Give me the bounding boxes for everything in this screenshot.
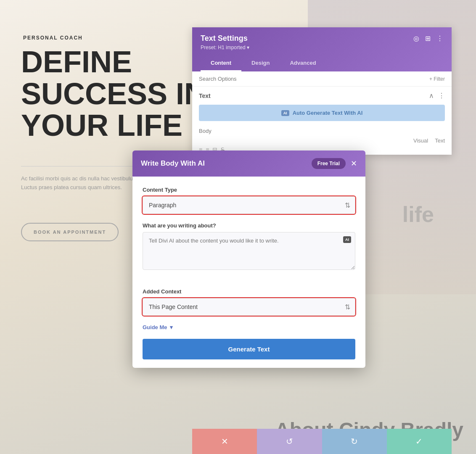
confirm-button[interactable]: ✓ [387,429,452,454]
ai-generate-label: Auto Generate Text With AI [293,110,363,116]
visual-text-tabs: Visual Text [192,136,452,145]
headline: DEFINE SUCCESS IN YOUR LIFE [21,46,206,142]
panel-title-icons: ◎ ⊞ ⋮ [413,34,443,42]
search-row: + Filter [192,71,452,87]
tab-design[interactable]: Design [241,55,280,71]
headline-line1: DEFINE [21,46,206,78]
redo-icon: ↻ [351,436,358,446]
search-input[interactable] [199,76,429,82]
textarea-ai-icon: AI [343,236,351,243]
ai-badge: AI [281,110,289,116]
bottom-bar: ✕ ↺ ↻ ✓ [192,429,452,454]
cancel-button[interactable]: ✕ [192,429,257,454]
more-options-icon[interactable]: ⋮ [436,34,443,42]
guide-me-button[interactable]: Guide Me ▾ [143,324,355,330]
panel-title-row: Text Settings ◎ ⊞ ⋮ [201,34,443,43]
content-type-select[interactable]: Paragraph List Bullet Points Short Text [143,196,355,214]
headline-line2: SUCCESS IN [21,78,206,110]
panel-title: Text Settings [201,34,248,43]
grid-icon[interactable]: ⊞ [425,34,431,42]
cancel-icon: ✕ [221,436,228,446]
panel-preset: Preset: H1 imported ▾ [201,45,443,50]
redo-button[interactable]: ↻ [322,429,387,454]
ai-modal-body: Content Type Paragraph List Bullet Point… [132,177,365,368]
added-context-label: Added Context [143,288,355,295]
circle-icon[interactable]: ◎ [413,34,419,42]
added-context-select-wrapper: This Page Content No Context Custom Cont… [143,298,355,316]
guide-me-chevron-icon: ▾ [170,324,173,330]
text-section-label: Text [199,92,211,99]
filter-button[interactable]: + Filter [429,76,445,82]
close-icon[interactable]: ✕ [351,159,357,168]
visual-tab[interactable]: Visual [413,137,428,144]
ai-modal-header-right: Free Trial ✕ [312,158,357,169]
ai-modal: Write Body With AI Free Trial ✕ Content … [132,150,365,368]
book-appointment-button[interactable]: BOOK AN APPOINTMENT [21,223,119,241]
collapse-icon[interactable]: ∧ [429,92,434,100]
content-type-select-wrapper: Paragraph List Bullet Points Short Text … [143,196,355,214]
writing-question: What are you writing about? [143,222,355,229]
text-section-header: Text ∧ ⋮ [192,87,452,103]
undo-button[interactable]: ↺ [257,429,322,454]
tab-advanced[interactable]: Advanced [280,55,326,71]
section-more-icon[interactable]: ⋮ [438,92,445,100]
body-text: Ac facilisi morbi quis ac dis nulla hac … [21,174,151,192]
generate-text-button[interactable]: Generate Text [143,339,355,359]
text-section-icons: ∧ ⋮ [429,92,445,100]
ai-modal-header: Write Body With AI Free Trial ✕ [132,150,365,177]
added-context-select[interactable]: This Page Content No Context Custom Cont… [143,298,355,316]
tab-content[interactable]: Content [201,55,241,71]
ai-generate-button[interactable]: AI Auto Generate Text With AI [199,105,445,121]
writing-textarea[interactable] [143,232,355,270]
life-text: life [402,202,434,227]
panel-tabs: Content Design Advanced [201,55,443,71]
body-label: Body [192,126,452,136]
confirm-icon: ✓ [415,436,423,446]
text-tab[interactable]: Text [435,137,445,144]
content-type-label: Content Type [143,187,355,193]
text-settings-panel: Text Settings ◎ ⊞ ⋮ Preset: H1 imported … [192,27,452,155]
panel-body: + Filter Text ∧ ⋮ AI Auto Generate Text … [192,71,452,155]
undo-icon: ↺ [286,436,293,446]
guide-me-label: Guide Me [143,324,167,330]
textarea-wrapper: AI [143,232,355,280]
headline-line3: YOUR LIFE [21,110,206,142]
ai-modal-title: Write Body With AI [141,159,205,168]
panel-header: Text Settings ◎ ⊞ ⋮ Preset: H1 imported … [192,27,452,71]
personal-coach-label: PERSONAL COACH [23,35,83,41]
free-trial-badge[interactable]: Free Trial [312,158,346,169]
